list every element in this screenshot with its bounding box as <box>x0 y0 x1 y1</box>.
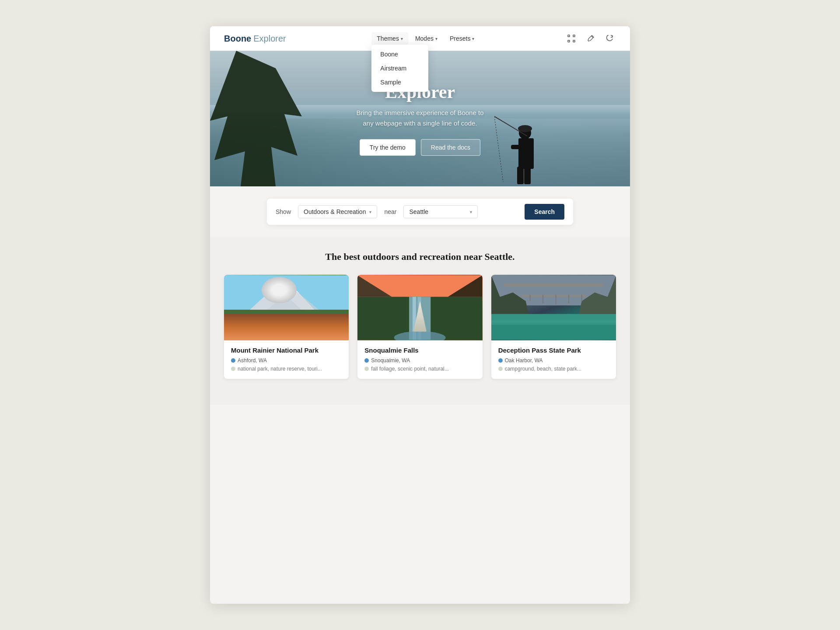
category-value: Outdoors & Recreation <box>304 208 366 215</box>
nav-themes[interactable]: Themes ▾ Boone Airstream Sample <box>371 32 408 45</box>
tag-icon-2 <box>364 367 369 371</box>
main-nav: Themes ▾ Boone Airstream Sample Modes ▾ … <box>371 32 480 45</box>
svg-rect-21 <box>224 322 349 340</box>
header: Boone Explorer Themes ▾ Boone Airstream … <box>210 26 630 51</box>
section-heading: The best outdoors and recreation near Se… <box>224 251 616 262</box>
try-demo-button[interactable]: Try the demo <box>360 139 416 156</box>
card-image-3 <box>491 275 616 340</box>
card-title-2: Snoqualmie Falls <box>364 346 475 354</box>
svg-rect-22 <box>254 316 319 329</box>
location-icon-2 <box>364 358 369 363</box>
near-label: near <box>384 208 396 215</box>
presets-label: Presets <box>450 35 470 42</box>
svg-marker-19 <box>278 280 295 294</box>
content-section: The best outdoors and recreation near Se… <box>210 237 630 405</box>
refresh-icon-btn[interactable] <box>604 32 616 45</box>
card-title-1: Mount Rainier National Park <box>231 346 342 354</box>
card-image-1 <box>224 275 349 340</box>
svg-rect-36 <box>522 294 586 297</box>
search-button[interactable]: Search <box>525 204 564 220</box>
card-snoqualmie[interactable]: Snoqualmie Falls Snoqualmie, WA fall fol… <box>357 275 482 379</box>
location-icon-1 <box>231 358 235 363</box>
card-image-2 <box>357 275 482 340</box>
card-deception-pass[interactable]: Deception Pass State Park Oak Harbor, WA… <box>491 275 616 379</box>
card-mount-rainier[interactable]: Mount Rainier National Park Ashford, WA … <box>224 275 349 379</box>
category-dropdown[interactable]: Outdoors & Recreation ▾ <box>298 205 377 218</box>
svg-rect-44 <box>491 321 616 325</box>
hero-subtitle: Bring the immersive experience of Boone … <box>357 108 484 129</box>
theme-sample[interactable]: Sample <box>371 75 428 89</box>
card-body-2: Snoqualmie Falls Snoqualmie, WA fall fol… <box>357 340 482 379</box>
logo: Boone Explorer <box>224 34 286 44</box>
themes-label: Themes <box>377 35 399 42</box>
search-bar: Show Outdoors & Recreation ▾ near Seattl… <box>267 199 573 225</box>
card-location-3: Oak Harbor, WA <box>498 357 609 364</box>
themes-chevron-icon: ▾ <box>401 36 403 41</box>
nav-modes[interactable]: Modes ▾ <box>410 32 443 45</box>
location-value: Seattle <box>409 208 428 215</box>
location-chevron-icon: ▾ <box>470 210 472 214</box>
card-body-3: Deception Pass State Park Oak Harbor, WA… <box>491 340 616 379</box>
page-wrapper: Boone Explorer Themes ▾ Boone Airstream … <box>210 26 630 604</box>
scan-icon <box>567 35 575 42</box>
card-title-3: Deception Pass State Park <box>498 346 609 354</box>
cards-grid: Mount Rainier National Park Ashford, WA … <box>224 275 616 379</box>
modes-chevron-icon: ▾ <box>435 36 438 41</box>
location-dropdown[interactable]: Seattle ▾ <box>403 205 478 218</box>
card-tags-2: fall foliage, scenic point, natural... <box>364 366 475 372</box>
svg-rect-0 <box>568 35 570 37</box>
edit-icon <box>587 35 594 42</box>
card-body-1: Mount Rainier National Park Ashford, WA … <box>224 340 349 379</box>
scan-icon-btn[interactable] <box>565 32 578 45</box>
location-icon-3 <box>498 358 503 363</box>
tag-icon-1 <box>231 367 235 371</box>
card-location-1: Ashford, WA <box>231 357 342 364</box>
presets-chevron-icon: ▾ <box>472 36 474 41</box>
theme-boone[interactable]: Boone <box>371 47 428 61</box>
edit-icon-btn[interactable] <box>584 32 597 45</box>
header-icons <box>565 32 616 45</box>
logo-boone: Boone <box>224 34 251 44</box>
show-label: Show <box>276 208 291 215</box>
logo-explorer: Explorer <box>253 34 286 44</box>
theme-airstream[interactable]: Airstream <box>371 61 428 75</box>
hero-buttons: Try the demo Read the docs <box>360 139 480 156</box>
svg-rect-3 <box>573 40 575 42</box>
category-chevron-icon: ▾ <box>369 210 371 214</box>
svg-rect-2 <box>568 40 570 42</box>
card-tags-1: national park, nature reserve, touri... <box>231 366 342 372</box>
tag-icon-3 <box>498 367 503 371</box>
read-docs-button[interactable]: Read the docs <box>421 139 480 156</box>
nav-presets[interactable]: Presets ▾ <box>444 32 480 45</box>
svg-rect-20 <box>224 310 349 340</box>
search-section: Show Outdoors & Recreation ▾ near Seattl… <box>210 186 630 237</box>
refresh-icon <box>606 35 613 42</box>
themes-dropdown: Boone Airstream Sample <box>371 45 428 92</box>
svg-rect-1 <box>573 35 575 37</box>
card-location-2: Snoqualmie, WA <box>364 357 475 364</box>
modes-label: Modes <box>415 35 434 42</box>
card-tags-3: campground, beach, state park... <box>498 366 609 372</box>
